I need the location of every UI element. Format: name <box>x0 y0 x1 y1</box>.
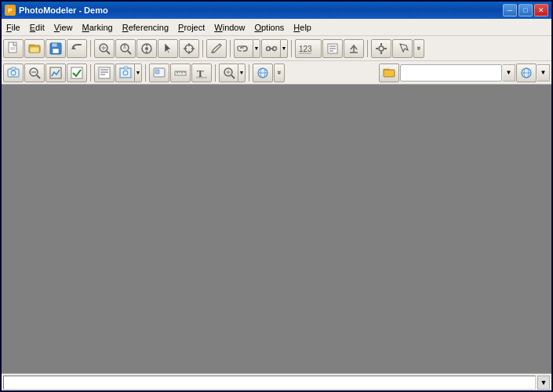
svg-rect-57 <box>120 68 131 78</box>
sep-t2-3 <box>215 64 216 82</box>
zoom-out-button[interactable] <box>24 64 45 82</box>
title-buttons: ─ □ ✕ <box>503 4 548 16</box>
status-bar: ▼ <box>2 373 551 390</box>
title-left: P PhotoModeler - Demo <box>5 5 108 16</box>
app-window: P PhotoModeler - Demo ─ □ ✕ File Edit Vi… <box>0 0 553 392</box>
menu-referencing[interactable]: Referencing <box>118 19 173 35</box>
main-area <box>2 85 551 373</box>
property-button[interactable] <box>322 39 343 58</box>
sep-t2-4 <box>249 64 249 82</box>
menu-bar: File Edit View Marking Referencing Proje… <box>2 19 551 36</box>
sep2 <box>202 40 203 57</box>
open-button[interactable] <box>24 39 45 58</box>
photo-view-split[interactable]: ▼ <box>115 64 142 82</box>
text2-button[interactable]: T <box>191 64 212 82</box>
sep-t2-1 <box>90 64 91 82</box>
toolbar2-scroll[interactable]: ▼ <box>537 64 550 82</box>
select-button[interactable] <box>94 39 115 58</box>
count-button[interactable]: 123 <box>295 39 322 58</box>
cursor2-button[interactable] <box>392 39 413 58</box>
svg-point-18 <box>124 44 126 46</box>
export-button[interactable] <box>344 39 364 58</box>
svg-point-30 <box>266 46 270 50</box>
pencil-button[interactable] <box>206 39 227 58</box>
sep3 <box>230 40 231 57</box>
svg-rect-10 <box>53 49 59 53</box>
svg-rect-58 <box>124 67 128 69</box>
svg-text:123: 123 <box>299 45 312 53</box>
minimize-button[interactable]: ─ <box>503 4 517 16</box>
menu-options[interactable]: Options <box>249 19 289 35</box>
sep1 <box>90 40 91 57</box>
svg-point-31 <box>272 46 276 50</box>
toolbar2: ▼ T ▼ » ▼ <box>2 61 551 85</box>
svg-line-49 <box>37 75 40 78</box>
menu-window[interactable]: Window <box>209 19 249 35</box>
view-dropdown-arrow[interactable]: ▼ <box>503 64 515 82</box>
zoom-in-button[interactable] <box>115 39 136 58</box>
svg-point-40 <box>379 46 384 51</box>
svg-point-21 <box>145 47 148 50</box>
tool3-button[interactable] <box>136 39 157 58</box>
svg-rect-77 <box>384 70 395 77</box>
menu-file[interactable]: File <box>2 19 25 35</box>
svg-text:P: P <box>8 7 13 14</box>
undo-button[interactable] <box>67 39 87 58</box>
crosshair-button[interactable] <box>179 39 199 58</box>
zoom-split-button[interactable]: ▼ <box>219 64 246 82</box>
settings-button[interactable] <box>371 39 391 58</box>
more-button2[interactable]: » <box>274 64 285 82</box>
ruler-button[interactable] <box>170 64 191 82</box>
view-dropdown[interactable] <box>400 64 502 82</box>
title-text: PhotoModeler - Demo <box>19 5 108 15</box>
cursor-button[interactable] <box>158 39 178 58</box>
menu-project[interactable]: Project <box>173 19 209 35</box>
svg-line-17 <box>128 51 131 54</box>
photo3-button[interactable] <box>149 64 169 82</box>
graph-button[interactable] <box>45 64 66 82</box>
globe2-button[interactable] <box>516 64 537 82</box>
save-button[interactable] <box>45 39 66 58</box>
app-icon: P <box>5 5 16 16</box>
svg-rect-7 <box>30 47 39 53</box>
svg-rect-9 <box>52 43 57 47</box>
svg-rect-61 <box>155 70 159 74</box>
photos-button[interactable] <box>3 64 24 82</box>
restore-button[interactable]: □ <box>518 4 533 16</box>
check-button[interactable] <box>67 64 87 82</box>
svg-rect-53 <box>99 67 110 78</box>
menu-view[interactable]: View <box>49 19 78 35</box>
open2-button[interactable] <box>379 64 399 82</box>
link-split-button[interactable]: ▼ <box>261 39 288 58</box>
globe-button[interactable] <box>253 64 273 82</box>
status-text <box>3 376 536 390</box>
svg-line-13 <box>107 51 110 54</box>
menu-edit[interactable]: Edit <box>25 19 49 35</box>
sep4 <box>291 40 292 57</box>
sep5 <box>367 40 368 57</box>
toolbar1: ▼ ▼ 123 » <box>2 36 551 61</box>
svg-line-70 <box>231 75 235 78</box>
menu-help[interactable]: Help <box>289 19 316 35</box>
text-button[interactable] <box>94 64 115 82</box>
svg-rect-47 <box>11 67 16 70</box>
more-button1[interactable]: » <box>413 39 424 58</box>
sep-t2-2 <box>145 64 146 82</box>
chain-split-button[interactable]: ▼ <box>234 39 260 58</box>
toolbar2-right: ▼ ▼ <box>379 64 550 82</box>
close-button[interactable]: ✕ <box>534 4 548 16</box>
new-button[interactable] <box>3 39 24 58</box>
menu-marking[interactable]: Marking <box>78 19 118 35</box>
title-bar: P PhotoModeler - Demo ─ □ ✕ <box>2 2 551 19</box>
status-scroll[interactable]: ▼ <box>537 376 550 390</box>
